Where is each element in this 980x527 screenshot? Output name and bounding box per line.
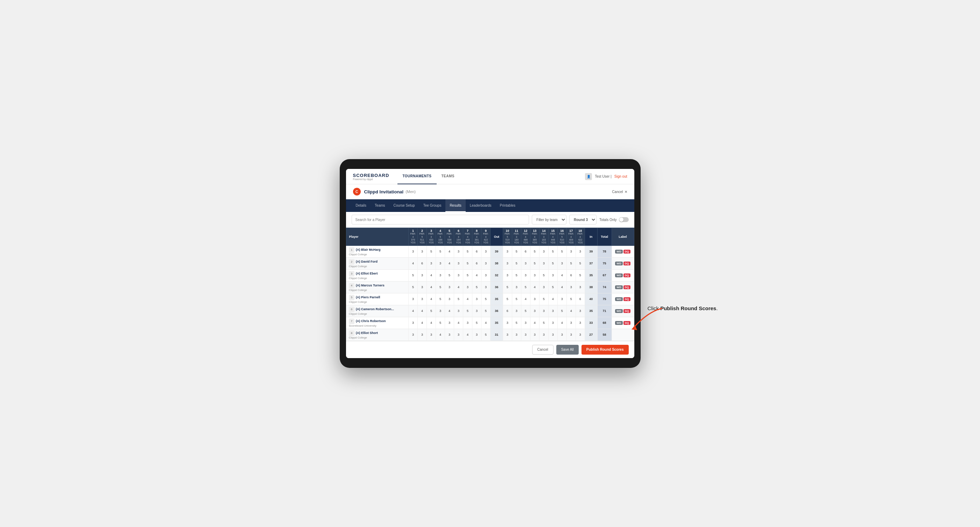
score-hole-5[interactable]: 4 — [445, 246, 454, 257]
score-hole-3[interactable]: 4 — [426, 317, 436, 329]
score-hole-in-18[interactable]: 6 — [576, 293, 585, 305]
tab-leaderboards[interactable]: Leaderboards — [466, 199, 496, 212]
score-hole-8[interactable]: 5 — [472, 317, 481, 329]
score-hole-3[interactable]: 4 — [426, 293, 436, 305]
score-hole-in-13[interactable]: 3 — [530, 293, 539, 305]
score-hole-in-13[interactable]: 3 — [530, 269, 539, 281]
score-hole-8[interactable]: 6 — [472, 257, 481, 269]
search-input[interactable] — [352, 215, 529, 224]
score-hole-3[interactable]: 4 — [426, 269, 436, 281]
score-hole-in-17[interactable]: 5 — [566, 257, 576, 269]
score-hole-4[interactable]: 5 — [436, 281, 445, 293]
score-hole-in-16[interactable]: 5 — [557, 246, 566, 257]
table-row[interactable]: 4(A) Marcus TurnersClippd College5345343… — [346, 281, 634, 293]
score-hole-1[interactable]: 3 — [408, 293, 417, 305]
score-hole-9[interactable]: 3 — [481, 246, 490, 257]
score-hole-2[interactable]: 3 — [417, 293, 426, 305]
score-hole-in-17[interactable]: 3 — [566, 281, 576, 293]
score-hole-in-14[interactable]: 5 — [539, 317, 548, 329]
score-hole-2[interactable]: 3 — [417, 269, 426, 281]
score-hole-in-11[interactable]: 3 — [512, 305, 521, 317]
score-hole-9[interactable]: 5 — [481, 305, 490, 317]
score-hole-in-11[interactable]: 5 — [512, 269, 521, 281]
score-hole-5[interactable]: 4 — [445, 305, 454, 317]
cancel-button[interactable]: Cancel — [532, 345, 554, 355]
score-hole-in-18[interactable]: 3 — [576, 281, 585, 293]
score-hole-in-13[interactable]: 4 — [530, 281, 539, 293]
score-hole-in-12[interactable]: 6 — [521, 246, 530, 257]
score-hole-in-12[interactable]: 3 — [521, 269, 530, 281]
score-hole-in-13[interactable]: 4 — [530, 317, 539, 329]
score-hole-6[interactable]: 3 — [454, 329, 463, 341]
score-hole-1[interactable]: 5 — [408, 281, 417, 293]
score-hole-2[interactable]: 3 — [417, 281, 426, 293]
score-hole-in-17[interactable]: 6 — [566, 269, 576, 281]
score-hole-8[interactable]: 4 — [472, 269, 481, 281]
score-hole-in-16[interactable]: 4 — [557, 317, 566, 329]
score-hole-9[interactable]: 3 — [481, 269, 490, 281]
score-hole-in-16[interactable]: 4 — [557, 281, 566, 293]
score-hole-in-11[interactable]: 5 — [512, 246, 521, 257]
score-hole-7[interactable]: 3 — [463, 317, 472, 329]
score-hole-in-13[interactable]: 3 — [530, 305, 539, 317]
score-hole-in-15[interactable]: 4 — [548, 293, 557, 305]
score-hole-3[interactable]: 4 — [426, 281, 436, 293]
label-cell[interactable]: WDDQ — [612, 269, 634, 281]
score-hole-in-10[interactable]: 3 — [503, 257, 512, 269]
score-hole-in-11[interactable]: 5 — [512, 317, 521, 329]
score-hole-6[interactable]: 4 — [454, 317, 463, 329]
score-hole-in-17[interactable]: 3 — [566, 329, 576, 341]
score-hole-6[interactable]: 5 — [454, 293, 463, 305]
round-select[interactable]: Round 3 — [569, 215, 597, 224]
score-hole-in-15[interactable]: 3 — [548, 305, 557, 317]
cancel-header-button[interactable]: Cancel ✕ — [612, 190, 627, 194]
score-hole-6[interactable]: 3 — [454, 269, 463, 281]
score-hole-in-12[interactable]: 4 — [521, 293, 530, 305]
score-hole-5[interactable]: 3 — [445, 317, 454, 329]
score-hole-3[interactable]: 3 — [426, 329, 436, 341]
score-hole-in-14[interactable]: 5 — [539, 269, 548, 281]
score-hole-1[interactable]: 3 — [408, 246, 417, 257]
score-hole-1[interactable]: 4 — [408, 305, 417, 317]
score-hole-in-16[interactable]: 5 — [557, 305, 566, 317]
table-row[interactable]: 6(A) Cameron Robertson...Clippd College4… — [346, 305, 634, 317]
score-hole-2[interactable]: 4 — [417, 305, 426, 317]
score-hole-8[interactable]: 3 — [472, 293, 481, 305]
score-hole-in-10[interactable]: 3 — [503, 246, 512, 257]
score-hole-5[interactable]: 5 — [445, 269, 454, 281]
score-hole-6[interactable]: 3 — [454, 257, 463, 269]
filter-by-team-select[interactable]: Filter by team — [532, 215, 566, 224]
score-hole-7[interactable]: 3 — [463, 281, 472, 293]
score-hole-7[interactable]: 5 — [463, 246, 472, 257]
score-hole-7[interactable]: 5 — [463, 269, 472, 281]
score-hole-in-14[interactable]: 3 — [539, 305, 548, 317]
score-hole-in-14[interactable]: 3 — [539, 257, 548, 269]
score-hole-3[interactable]: 5 — [426, 246, 436, 257]
score-hole-9[interactable]: 3 — [481, 257, 490, 269]
score-hole-8[interactable]: 6 — [472, 246, 481, 257]
score-hole-in-15[interactable]: 3 — [548, 317, 557, 329]
score-hole-2[interactable]: 4 — [417, 317, 426, 329]
score-hole-in-16[interactable]: 3 — [557, 293, 566, 305]
table-row[interactable]: 5(A) Piers ParnellClippd College33453543… — [346, 293, 634, 305]
score-hole-in-12[interactable]: 5 — [521, 281, 530, 293]
score-hole-in-16[interactable]: 4 — [557, 269, 566, 281]
score-hole-in-14[interactable]: 3 — [539, 281, 548, 293]
score-hole-in-16[interactable]: 3 — [557, 329, 566, 341]
tab-teams[interactable]: Teams — [371, 199, 389, 212]
score-hole-9[interactable]: 4 — [481, 317, 490, 329]
score-hole-4[interactable]: 5 — [436, 293, 445, 305]
score-hole-8[interactable]: 3 — [472, 329, 481, 341]
score-hole-in-15[interactable]: 5 — [548, 281, 557, 293]
save-all-button[interactable]: Save All — [556, 345, 579, 355]
score-hole-in-12[interactable]: 3 — [521, 257, 530, 269]
score-hole-1[interactable]: 4 — [408, 257, 417, 269]
score-hole-in-17[interactable]: 3 — [566, 246, 576, 257]
score-hole-in-12[interactable]: 3 — [521, 317, 530, 329]
score-hole-9[interactable]: 5 — [481, 293, 490, 305]
table-row[interactable]: 1(A) Blair McHargClippd College335543563… — [346, 246, 634, 257]
score-hole-in-18[interactable]: 3 — [576, 305, 585, 317]
nav-tab-teams[interactable]: TEAMS — [437, 169, 460, 184]
score-hole-5[interactable]: 4 — [445, 257, 454, 269]
score-hole-in-11[interactable]: 3 — [512, 281, 521, 293]
